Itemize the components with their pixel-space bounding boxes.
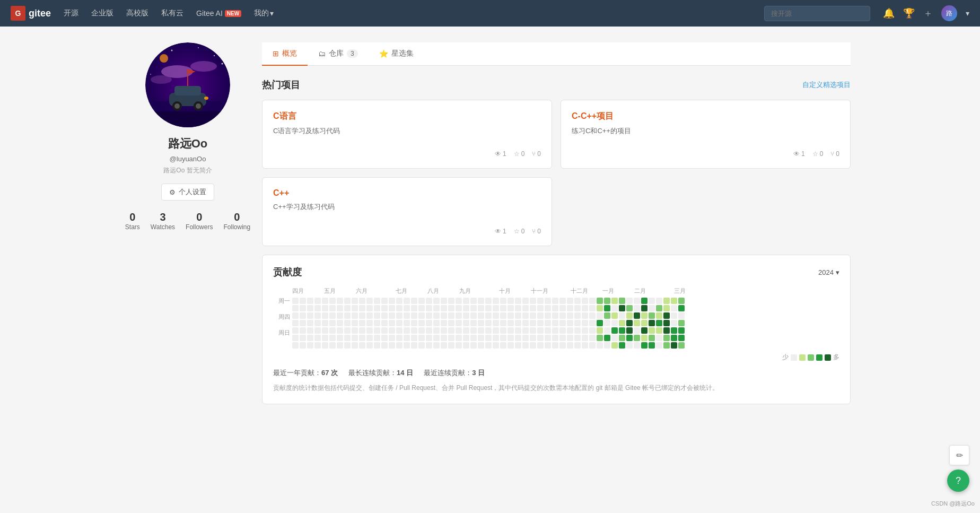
watch-count: 1 — [503, 228, 506, 235]
chevron-down-icon: ▾ — [836, 268, 839, 276]
logo-icon: G — [11, 6, 25, 21]
fork-count: 0 — [537, 150, 541, 158]
year-value: 2024 — [818, 268, 834, 276]
tab-stars-label: 星选集 — [391, 49, 414, 58]
navbar-icons: 🔔 🏆 ＋ 路 ▾ — [883, 5, 969, 21]
nav-enterprise[interactable]: 企业版 — [91, 8, 113, 18]
project-stats: 👁 1 ☆ 0 ⑂ 0 — [273, 228, 541, 235]
nav-university[interactable]: 高校版 — [126, 8, 148, 18]
search-input[interactable] — [764, 6, 870, 21]
contribution-title: 贡献度 — [273, 266, 302, 279]
contribution-stats: 最近一年贡献：67 次 最长连续贡献：14 日 最近连续贡献：3 日 — [273, 368, 839, 378]
nav-ai-label: Gitee AI — [196, 9, 223, 18]
nav-ai[interactable]: Gitee AI NEW — [196, 9, 241, 18]
fork-icon: ⑂ — [532, 150, 536, 158]
forks-stat: ⑂ 0 — [830, 150, 839, 158]
tab-stars[interactable]: ⭐ 星选集 — [369, 42, 424, 66]
legend-cell-4 — [825, 354, 831, 361]
eye-icon: 👁 — [495, 228, 501, 235]
heatmap-legend: 少 多 — [273, 353, 839, 362]
svg-point-11 — [151, 75, 172, 84]
hot-projects-header: 热门项目 自定义精选项目 — [262, 79, 851, 91]
project-desc: C++学习及练习代码 — [273, 202, 541, 219]
tab-overview-label: 概览 — [282, 49, 297, 58]
user-avatar[interactable]: 路 — [941, 5, 957, 21]
watches-stat: 👁 1 — [495, 150, 506, 158]
nav-my[interactable]: 我的 ▾ — [254, 8, 274, 18]
svg-point-16 — [174, 103, 180, 109]
stars-label: Stars — [125, 223, 140, 231]
contribution-note: 贡献度的统计数据包括代码提交、创建任务 / Pull Request、合并 Pu… — [273, 383, 839, 393]
svg-point-5 — [198, 47, 199, 48]
legend-cell-2 — [808, 354, 814, 361]
heatmap-grid: 四月五月六月七月八月九月十月十一月十二月一月二月三月周一周四周日 — [273, 287, 839, 349]
project-card-c-cpp[interactable]: C-C++项目 练习C和C++的项目 👁 1 ☆ 0 ⑂ — [561, 100, 851, 169]
hot-projects-title: 热门项目 — [262, 79, 300, 91]
legend-cell-3 — [816, 354, 822, 361]
tab-repos[interactable]: 🗂 仓库 3 — [308, 42, 369, 66]
svg-point-18 — [196, 103, 201, 109]
settings-button[interactable]: ⚙ 个人设置 — [161, 184, 214, 201]
main-content: ⊞ 概览 🗂 仓库 3 ⭐ 星选集 热门项目 自定义精选项目 C语言 C语言学习… — [262, 42, 851, 404]
svg-point-6 — [222, 63, 223, 65]
tab-overview[interactable]: ⊞ 概览 — [262, 42, 308, 66]
following-value: 0 — [234, 211, 240, 223]
fork-icon: ⑂ — [830, 150, 834, 158]
following-label: Following — [223, 223, 250, 231]
stat-watches[interactable]: 3 Watches — [145, 211, 180, 231]
star-icon: ☆ — [514, 150, 520, 158]
legend-cell-0 — [791, 354, 797, 361]
svg-point-19 — [204, 97, 208, 100]
stat-followers[interactable]: 0 Followers — [180, 211, 218, 231]
main-layout: 路远Oo @luyuanOo 路远Oo 暂无简介 ⚙ 个人设置 0 Stars … — [119, 42, 861, 404]
legend-cell-1 — [799, 354, 806, 361]
username: 路远Oo — [168, 136, 208, 152]
star-count: 0 — [521, 228, 525, 235]
heatmap: 四月五月六月七月八月九月十月十一月十二月一月二月三月周一周四周日 — [273, 287, 839, 349]
nav-ai-new-badge: NEW — [225, 10, 241, 17]
repos-badge: 3 — [347, 49, 358, 58]
recent-streak: 最近连续贡献：3 日 — [424, 368, 485, 378]
sidebar: 路远Oo @luyuanOo 路远Oo 暂无简介 ⚙ 个人设置 0 Stars … — [129, 42, 246, 404]
project-desc: 练习C和C++的项目 — [572, 126, 839, 142]
chevron-down-icon: ▾ — [270, 9, 274, 18]
watch-count: 1 — [801, 150, 805, 158]
project-name: C语言 — [273, 111, 541, 122]
star-count: 0 — [521, 150, 525, 158]
svg-rect-22 — [145, 111, 230, 127]
project-name: C-C++项目 — [572, 111, 839, 122]
watches-stat: 👁 1 — [495, 228, 506, 235]
followers-value: 0 — [196, 211, 202, 223]
customize-link[interactable]: 自定义精选项目 — [802, 80, 851, 90]
legend-less-label: 少 — [782, 353, 789, 362]
fork-count: 0 — [836, 150, 839, 158]
watch-count: 1 — [503, 150, 506, 158]
tab-repos-label: 仓库 — [329, 49, 344, 58]
logo-text: gitee — [29, 8, 51, 19]
user-handle: @luyuanOo — [170, 155, 206, 163]
nav-open-source[interactable]: 开源 — [64, 8, 78, 18]
medal-icon[interactable]: 🏆 — [903, 7, 915, 19]
project-card-cpp[interactable]: C++ C++学习及练习代码 👁 1 ☆ 0 ⑂ 0 — [262, 177, 552, 246]
project-card-c-language[interactable]: C语言 C语言学习及练习代码 👁 1 ☆ 0 ⑂ 0 — [262, 100, 552, 169]
chevron-down-icon-avatar[interactable]: ▾ — [966, 9, 969, 18]
bell-icon[interactable]: 🔔 — [883, 7, 895, 19]
star-icon: ☆ — [514, 228, 520, 235]
svg-point-4 — [214, 55, 215, 56]
contribution-header: 贡献度 2024 ▾ — [273, 266, 839, 279]
plus-icon[interactable]: ＋ — [923, 7, 933, 20]
svg-point-10 — [190, 61, 217, 72]
stat-following[interactable]: 0 Following — [218, 211, 256, 231]
yearly-stat: 最近一年贡献：67 次 — [273, 368, 338, 378]
nav-private-cloud[interactable]: 私有云 — [161, 8, 183, 18]
followers-label: Followers — [186, 223, 213, 231]
nav-my-label: 我的 — [254, 8, 269, 18]
stat-stars[interactable]: 0 Stars — [120, 211, 145, 231]
year-select[interactable]: 2024 ▾ — [818, 268, 839, 276]
navbar: G gitee 开源 企业版 高校版 私有云 Gitee AI NEW 我的 ▾… — [0, 0, 980, 27]
projects-layout: C语言 C语言学习及练习代码 👁 1 ☆ 0 ⑂ 0 — [262, 100, 851, 246]
eye-icon: 👁 — [495, 150, 501, 158]
navbar-logo[interactable]: G gitee — [11, 6, 51, 21]
projects-row-2: C++ C++学习及练习代码 👁 1 ☆ 0 ⑂ 0 — [262, 177, 851, 246]
project-desc: C语言学习及练习代码 — [273, 126, 541, 142]
